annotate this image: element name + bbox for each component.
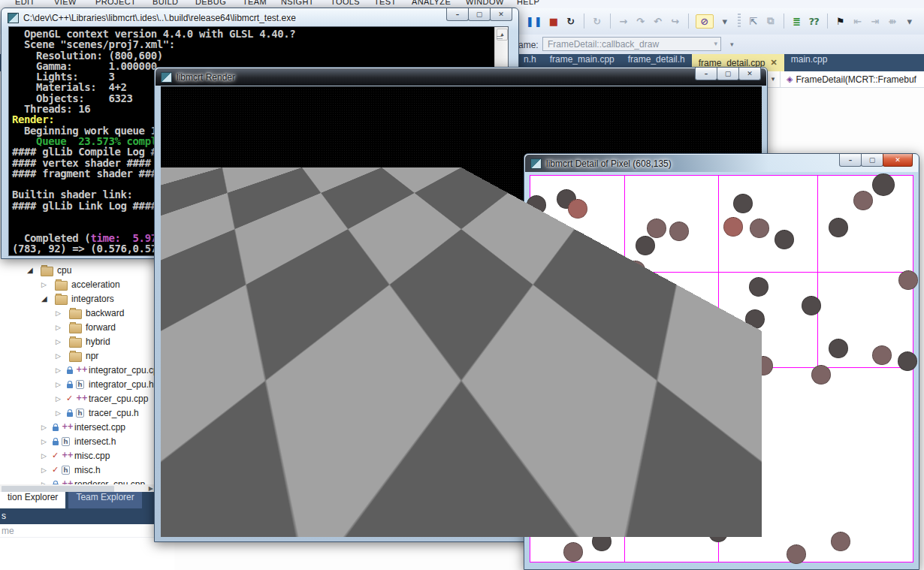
indent-icon[interactable]: ≣ bbox=[791, 16, 803, 27]
hot-reload-icon[interactable]: ↻ bbox=[591, 16, 603, 27]
collapse-icon[interactable]: ◢ bbox=[27, 266, 33, 274]
console-line: Resolution: (800,600) bbox=[12, 50, 295, 61]
toolbar-overflow-icon[interactable]: ▾ bbox=[730, 41, 734, 48]
minimize-button[interactable]: – bbox=[446, 8, 469, 21]
prev-bookmark-icon[interactable]: ⇤ bbox=[852, 16, 864, 27]
maximize-button[interactable]: ▢ bbox=[861, 154, 883, 167]
console-title: C:\dev\C++\Libraries\libmcrt\.ides\..\.b… bbox=[23, 13, 296, 23]
expand-icon[interactable]: ▷ bbox=[56, 381, 61, 388]
pin-source-icon[interactable]: ⇱ bbox=[747, 16, 759, 27]
menu-item-debug[interactable]: DEBUG bbox=[195, 0, 226, 6]
tree-item-label: backward bbox=[86, 308, 124, 318]
sample-dot-dark bbox=[588, 377, 608, 397]
properties-name-row[interactable]: me bbox=[0, 524, 174, 538]
menu-item-analyze[interactable]: ANALYZE bbox=[412, 0, 451, 6]
tree-item-hybrid[interactable]: ▷hybrid bbox=[0, 334, 158, 348]
render-title-bar[interactable]: libmcrt Render bbox=[156, 68, 766, 86]
tree-item-integrator-cpu-cpp[interactable]: ▷++integrator_cpu.cpp bbox=[0, 363, 158, 377]
close-button[interactable]: ✕ bbox=[883, 154, 913, 167]
tree-item-integrator-cpu-h[interactable]: ▷hintegrator_cpu.h bbox=[0, 377, 158, 391]
tree-item-tracer-cpu-h[interactable]: ▷htracer_cpu.h bbox=[0, 406, 158, 420]
menu-item-edit[interactable]: EDIT bbox=[15, 0, 35, 6]
tree-item-intersect-cpp[interactable]: ▷++intersect.cpp bbox=[0, 420, 158, 434]
tab-label: frame_main.cpp bbox=[550, 54, 614, 65]
step-over-icon[interactable]: ↶ bbox=[652, 16, 664, 27]
menu-item-team[interactable]: TEAM bbox=[243, 0, 267, 6]
expand-icon[interactable]: ▷ bbox=[56, 395, 61, 403]
expand-icon[interactable]: ▷ bbox=[56, 409, 61, 417]
tree-item-renderer-cpu-cpp[interactable]: ▷++renderer_cpu.cpp bbox=[0, 477, 158, 484]
expand-icon[interactable]: ▷ bbox=[56, 309, 61, 317]
expand-icon[interactable]: ▷ bbox=[41, 438, 47, 445]
expand-icon[interactable]: ▷ bbox=[41, 281, 47, 288]
expand-icon[interactable]: ▷ bbox=[56, 338, 61, 345]
maximize-button[interactable]: ▢ bbox=[468, 8, 491, 21]
collapse-icon[interactable]: ◢ bbox=[41, 294, 47, 303]
show-next-statement-icon[interactable]: → bbox=[618, 16, 630, 27]
tree-item-misc-h[interactable]: ▷✓hmisc.h bbox=[0, 463, 158, 477]
bookmark-icon[interactable]: ⚑ bbox=[835, 16, 847, 27]
sample-dot-mauve bbox=[601, 403, 621, 423]
comment-icon[interactable]: ⁇ bbox=[808, 16, 820, 27]
close-button[interactable]: ✕ bbox=[738, 68, 761, 80]
tree-item-label: misc.h bbox=[74, 465, 101, 475]
step-out-icon[interactable]: ↪ bbox=[669, 16, 681, 27]
clear-bookmarks-icon[interactable]: ⇻ bbox=[886, 16, 898, 27]
minimize-button[interactable]: – bbox=[839, 154, 862, 167]
frame-combobox[interactable]: FrameDetail::callback_draw ▾ bbox=[542, 37, 721, 51]
minimize-button[interactable]: – bbox=[695, 68, 717, 80]
dropdown-icon[interactable]: ▾ bbox=[719, 16, 731, 27]
solution-explorer-panel: ◢cpu▷acceleration◢integrators▷backward▷f… bbox=[0, 259, 174, 570]
expand-icon[interactable]: ▷ bbox=[56, 352, 61, 360]
menu-item-test[interactable]: TEST bbox=[374, 0, 397, 6]
menu-item-help[interactable]: HELP bbox=[517, 0, 539, 6]
step-into-icon[interactable]: ↷ bbox=[635, 16, 647, 27]
tab-main-cpp[interactable]: main.cpp bbox=[784, 54, 835, 71]
copy-frame-icon[interactable]: ⧉ bbox=[765, 15, 777, 27]
tree-item-forward[interactable]: ▷forward bbox=[0, 320, 158, 334]
scroll-right-icon[interactable]: ▶ bbox=[149, 485, 153, 492]
expand-icon[interactable]: ▷ bbox=[56, 324, 61, 331]
stop-icon[interactable]: ■ bbox=[548, 16, 560, 27]
panel-tab-tion-Explorer[interactable]: tion Explorer bbox=[0, 492, 65, 508]
folder-icon bbox=[55, 281, 68, 291]
tree-item-acceleration[interactable]: ▷acceleration bbox=[0, 277, 158, 291]
expand-icon[interactable]: ▷ bbox=[41, 424, 47, 431]
restart-icon[interactable]: ↻ bbox=[565, 16, 577, 27]
pause-icon[interactable]: ❚❚ bbox=[526, 16, 542, 27]
tree-item-npr[interactable]: ▷npr bbox=[0, 348, 158, 363]
maximize-button[interactable]: ▢ bbox=[717, 68, 739, 80]
menu-item-window[interactable]: WINDOW bbox=[466, 0, 504, 6]
close-button[interactable]: ✕ bbox=[490, 8, 512, 21]
tree-item-misc-cpp[interactable]: ▷✓++misc.cpp bbox=[0, 448, 158, 463]
toggle-threads-icon[interactable]: ⊘ bbox=[696, 14, 714, 29]
menu-item-nsight[interactable]: NSIGHT bbox=[281, 0, 314, 6]
expand-icon[interactable]: ▷ bbox=[41, 452, 47, 460]
dropdown-icon[interactable]: ▾ bbox=[904, 16, 916, 27]
sample-dot-dark bbox=[592, 532, 611, 551]
tree-item-backward[interactable]: ▷backward bbox=[0, 306, 158, 320]
expand-icon[interactable]: ▷ bbox=[41, 466, 47, 474]
chevron-down-icon[interactable]: ▾ bbox=[766, 71, 781, 87]
pixel-detail-window[interactable]: libmcrt Detail of Pixel (608,135) –▢✕ bbox=[524, 153, 919, 570]
expand-icon[interactable]: ▷ bbox=[56, 366, 61, 374]
menu-item-tools[interactable]: TOOLS bbox=[331, 0, 360, 6]
tree-item-integrators[interactable]: ◢integrators bbox=[0, 291, 158, 306]
sample-dot-mauve bbox=[811, 365, 831, 385]
panel-tab-Team-Explorer[interactable]: Team Explorer bbox=[68, 492, 141, 508]
menu-item-view[interactable]: VIEW bbox=[54, 0, 77, 6]
tree-item-intersect-h[interactable]: ▷hintersect.h bbox=[0, 434, 158, 448]
close-icon[interactable]: ✕ bbox=[771, 58, 778, 68]
next-bookmark-icon[interactable]: ⇥ bbox=[869, 16, 881, 27]
sample-dot-dark bbox=[745, 309, 765, 329]
sample-dot-dark bbox=[624, 403, 643, 423]
menu-item-build[interactable]: BUILD bbox=[152, 0, 178, 6]
method-icon: ◈ bbox=[787, 74, 793, 84]
tree-item-tracer-cpu-cpp[interactable]: ▷✓++tracer_cpu.cpp bbox=[0, 391, 158, 406]
tree-item-label: tracer_cpu.h bbox=[89, 408, 139, 418]
sample-dot-dark bbox=[671, 333, 690, 352]
console-title-bar[interactable]: C:\dev\C++\Libraries\libmcrt\.ides\..\.b… bbox=[2, 9, 518, 26]
menu-item-project[interactable]: PROJECT bbox=[95, 0, 136, 6]
tree-item-cpu[interactable]: ◢cpu bbox=[0, 263, 158, 277]
method-dropdown[interactable]: FrameDetail(MCRT::Framebuf bbox=[796, 74, 916, 85]
